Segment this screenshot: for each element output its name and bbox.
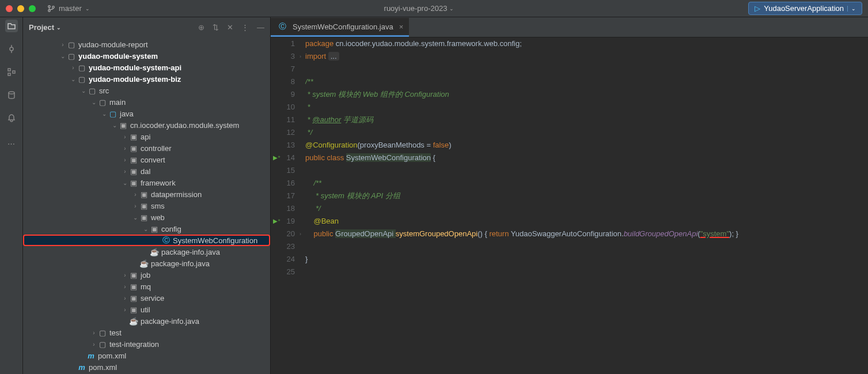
tree-item-selected[interactable]: ⒸSystemWebConfiguration bbox=[23, 235, 270, 246]
tree-item[interactable]: ›▣datapermission bbox=[23, 188, 270, 200]
editor-tabs: Ⓒ SystemWebConfiguration.java × bbox=[271, 17, 868, 37]
fold-icon[interactable]: › bbox=[300, 228, 301, 240]
expand-all-icon[interactable]: ⇅ bbox=[213, 23, 219, 32]
tree-item[interactable]: ›▣convert bbox=[23, 154, 270, 165]
code-editor[interactable]: 1 3 7 8 9 10 11 12 13 14 15 16 17 18 19 … bbox=[271, 37, 868, 374]
svg-rect-4 bbox=[8, 69, 10, 71]
tree-item[interactable]: ›▣controller bbox=[23, 142, 270, 154]
tree-item[interactable]: ›▣service bbox=[23, 292, 270, 304]
editor-area: Ⓒ SystemWebConfiguration.java × 1 3 7 8 … bbox=[271, 17, 868, 374]
play-icon: ▷ bbox=[755, 4, 760, 13]
structure-tool-icon[interactable] bbox=[5, 66, 18, 78]
run-gutter-icon[interactable]: ▶⁺ bbox=[273, 152, 281, 164]
tree-item[interactable]: ⌄▣cn.iocoder.yudao.module.system bbox=[23, 119, 270, 131]
project-tree[interactable]: ›▢yudao-module-report ⌄▢yudao-module-sys… bbox=[23, 37, 270, 374]
tree-item[interactable]: ⌄▣framework bbox=[23, 177, 270, 188]
tree-item[interactable]: ⌄▢yudao-module-system-biz bbox=[23, 73, 270, 85]
collapse-icon[interactable]: ✕ bbox=[227, 23, 233, 32]
project-tool-icon[interactable] bbox=[5, 20, 18, 32]
svg-point-0 bbox=[48, 5, 51, 7]
maximize-window-icon[interactable] bbox=[29, 5, 36, 12]
tree-item[interactable]: ›▢test bbox=[23, 327, 270, 338]
tree-item[interactable]: ⌄▢yudao-module-system bbox=[23, 50, 270, 62]
database-tool-icon[interactable] bbox=[5, 89, 18, 101]
project-panel: Project ⌄ ⊕ ⇅ ✕ ⋮ — ›▢yudao-module-repor… bbox=[23, 17, 271, 374]
tree-item[interactable]: ›▣job bbox=[23, 269, 270, 281]
branch-icon bbox=[47, 5, 55, 13]
tree-item[interactable]: ›▣sms bbox=[23, 200, 270, 211]
tree-item[interactable]: ☕package-info.java bbox=[23, 258, 270, 269]
tree-item[interactable]: ›▢yudao-module-report bbox=[23, 39, 270, 50]
minimize-window-icon[interactable] bbox=[17, 5, 24, 12]
chevron-down-icon: ⌄ bbox=[85, 6, 90, 12]
tree-item[interactable]: ☕package-info.java bbox=[23, 246, 270, 258]
close-window-icon[interactable] bbox=[6, 5, 13, 12]
tool-window-stripe: ⋯ bbox=[0, 17, 23, 374]
tree-item[interactable]: ›▣mq bbox=[23, 281, 270, 292]
svg-rect-6 bbox=[13, 71, 15, 73]
commit-tool-icon[interactable] bbox=[5, 43, 18, 55]
line-gutter: 1 3 7 8 9 10 11 12 13 14 15 16 17 18 19 … bbox=[271, 37, 305, 374]
tree-item[interactable]: ⌄▢java bbox=[23, 108, 270, 119]
run-configuration[interactable]: ▷ YudaoServerApplication ⌄ bbox=[748, 2, 862, 15]
editor-tab[interactable]: Ⓒ SystemWebConfiguration.java × bbox=[271, 18, 409, 37]
project-title[interactable]: ruoyi-vue-pro-2023 ⌄ bbox=[90, 4, 749, 13]
tree-item[interactable]: ⌄▣web bbox=[23, 211, 270, 223]
chevron-down-icon: ⌄ bbox=[449, 6, 454, 12]
svg-point-1 bbox=[48, 9, 51, 12]
window-controls bbox=[6, 5, 36, 12]
more-tool-icon[interactable]: ⋯ bbox=[5, 137, 18, 150]
tree-item[interactable]: ›▣util bbox=[23, 304, 270, 315]
fold-icon[interactable]: › bbox=[300, 50, 301, 63]
tree-item[interactable]: ⌄▢src bbox=[23, 85, 270, 96]
tree-item[interactable]: ⌄▢main bbox=[23, 96, 270, 108]
tree-item[interactable]: ›▣dal bbox=[23, 165, 270, 177]
tree-item[interactable]: mpom.xml bbox=[23, 361, 270, 373]
branch-name: master bbox=[59, 4, 82, 13]
svg-point-3 bbox=[10, 47, 13, 51]
close-tab-icon[interactable]: × bbox=[399, 22, 404, 31]
tree-item[interactable]: ⌄▣config bbox=[23, 223, 270, 235]
svg-point-2 bbox=[52, 6, 55, 8]
vcs-branch-widget[interactable]: master ⌄ bbox=[47, 4, 90, 13]
svg-rect-5 bbox=[8, 73, 10, 75]
run-gutter-icon[interactable]: ▶⁺ bbox=[273, 215, 281, 228]
tree-item[interactable]: ›▢test-integration bbox=[23, 338, 270, 350]
tree-item[interactable]: ›▣api bbox=[23, 131, 270, 142]
notifications-tool-icon[interactable] bbox=[5, 112, 18, 124]
code-body[interactable]: package cn.iocoder.yudao.module.system.f… bbox=[305, 37, 868, 374]
chevron-down-icon: ⌄ bbox=[56, 25, 61, 31]
tree-item[interactable]: mpom.xml bbox=[23, 350, 270, 361]
select-opened-icon[interactable]: ⊕ bbox=[198, 23, 204, 32]
java-class-icon: Ⓒ bbox=[278, 22, 287, 31]
tree-item[interactable]: ☕package-info.java bbox=[23, 315, 270, 327]
chevron-down-icon: ⌄ bbox=[847, 6, 856, 12]
hide-icon[interactable]: — bbox=[257, 23, 264, 32]
panel-title[interactable]: Project ⌄ bbox=[29, 23, 61, 32]
titlebar: master ⌄ ruoyi-vue-pro-2023 ⌄ ▷ YudaoSer… bbox=[0, 0, 868, 17]
settings-icon[interactable]: ⋮ bbox=[241, 23, 249, 32]
svg-point-7 bbox=[9, 92, 14, 94]
tree-item[interactable]: ›▢yudao-module-system-api bbox=[23, 62, 270, 73]
